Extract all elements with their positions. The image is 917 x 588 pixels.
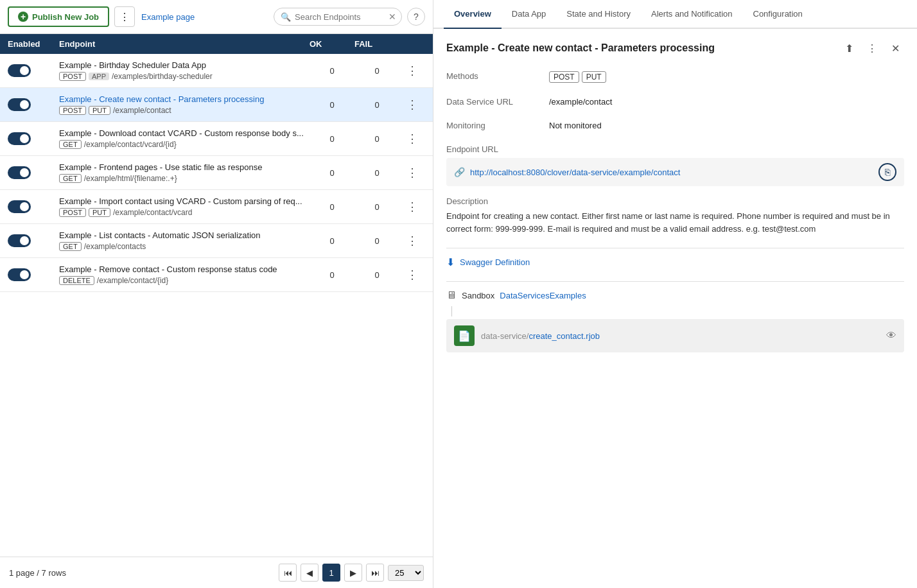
endpoint-title-row-1[interactable]: Example - Birthday Scheduler Data App bbox=[59, 60, 310, 70]
fail-count-row-4: 0 bbox=[354, 168, 399, 178]
endpoint-title-row-5[interactable]: Example - Import contact using VCARD - C… bbox=[59, 196, 310, 206]
fail-count-row-2: 0 bbox=[354, 100, 399, 110]
per-page-select[interactable]: 25 50 100 bbox=[388, 565, 424, 581]
toggle-row-6[interactable] bbox=[8, 234, 31, 247]
toggle-row-3[interactable] bbox=[8, 132, 31, 145]
table-row[interactable]: Example - Import contact using VCARD - C… bbox=[0, 190, 433, 224]
table-row[interactable]: Example - Remove contact - Custom respon… bbox=[0, 258, 433, 292]
page-info: 1 page / 7 rows bbox=[9, 568, 275, 578]
tag-put-2: PUT bbox=[89, 106, 110, 115]
job-file-icon: 📄 bbox=[454, 325, 475, 346]
col-endpoint: Endpoint bbox=[59, 39, 310, 49]
toolbar: + Publish New Job ⋮ Example page 🔍 ✕ ? bbox=[0, 0, 433, 34]
download-icon: ⬇ bbox=[446, 256, 455, 268]
tabs: Overview Data App State and History Aler… bbox=[433, 0, 917, 29]
fail-count-row-1: 0 bbox=[354, 66, 399, 76]
search-icon: 🔍 bbox=[281, 12, 291, 22]
row-menu-5[interactable]: ⋮ bbox=[399, 200, 425, 214]
tab-data-app[interactable]: Data App bbox=[502, 0, 557, 29]
endpoint-url-section: Endpoint URL 🔗 http://localhost:8080/clo… bbox=[446, 144, 904, 186]
link-icon: 🔗 bbox=[454, 167, 465, 177]
example-page-link[interactable]: Example page bbox=[141, 12, 195, 22]
table-row[interactable]: Example - Frontend pages - Use static fi… bbox=[0, 156, 433, 190]
endpoint-path-row-5: /example/contact/vcard bbox=[113, 208, 192, 217]
close-button[interactable]: ✕ bbox=[886, 39, 904, 57]
table-body: Example - Birthday Scheduler Data App PO… bbox=[0, 54, 433, 557]
preview-button[interactable]: 👁 bbox=[886, 330, 896, 342]
copy-icon: ⎘ bbox=[885, 167, 890, 177]
toggle-row-4[interactable] bbox=[8, 166, 31, 179]
description-text: Endpoint for creating a new contact. Eit… bbox=[446, 210, 904, 235]
tab-alerts[interactable]: Alerts and Notification bbox=[641, 0, 742, 29]
table-row[interactable]: Example - Create new contact - Parameter… bbox=[0, 88, 433, 122]
left-panel: + Publish New Job ⋮ Example page 🔍 ✕ ? E… bbox=[0, 0, 433, 588]
col-ok: OK bbox=[310, 39, 354, 49]
publish-label: Publish New Job bbox=[32, 12, 99, 22]
publish-new-job-button[interactable]: + Publish New Job bbox=[8, 6, 109, 27]
divider-2 bbox=[446, 281, 904, 282]
ok-count-row-3: 0 bbox=[310, 134, 354, 144]
tag-delete-7: DELETE bbox=[59, 276, 94, 285]
more-options-button[interactable]: ⋮ bbox=[114, 6, 135, 27]
tag-app-1: APP bbox=[89, 73, 109, 80]
job-item[interactable]: 📄 data-service/create_contact.rjob 👁 bbox=[446, 319, 904, 352]
table-row[interactable]: Example - Birthday Scheduler Data App PO… bbox=[0, 54, 433, 88]
fail-count-row-7: 0 bbox=[354, 270, 399, 280]
tab-configuration[interactable]: Configuration bbox=[743, 0, 813, 29]
endpoint-title-row-6[interactable]: Example - List contacts - Automatic JSON… bbox=[59, 230, 310, 240]
endpoint-path-row-6: /example/contacts bbox=[84, 242, 146, 251]
search-input[interactable] bbox=[295, 12, 385, 22]
file-icon-symbol: 📄 bbox=[458, 330, 471, 342]
next-page-button[interactable]: ▶ bbox=[344, 564, 362, 582]
upload-button[interactable]: ⬆ bbox=[840, 39, 858, 57]
prev-page-button[interactable]: ◀ bbox=[301, 564, 319, 582]
endpoint-title-row-4[interactable]: Example - Frontend pages - Use static fi… bbox=[59, 162, 310, 172]
ok-count-row-6: 0 bbox=[310, 236, 354, 246]
table-row[interactable]: Example - Download contact VCARD - Custo… bbox=[0, 122, 433, 156]
endpoint-info-row-6: Example - List contacts - Automatic JSON… bbox=[59, 230, 310, 251]
endpoint-title-row-3[interactable]: Example - Download contact VCARD - Custo… bbox=[59, 128, 310, 138]
help-icon: ? bbox=[414, 12, 419, 22]
copy-url-button[interactable]: ⎘ bbox=[878, 163, 896, 181]
fail-count-row-6: 0 bbox=[354, 236, 399, 246]
info-grid: Methods POST PUT Data Service URL /examp… bbox=[446, 67, 904, 134]
endpoint-title-row-2[interactable]: Example - Create new contact - Parameter… bbox=[59, 94, 310, 104]
page-1-button[interactable]: 1 bbox=[322, 564, 340, 582]
job-file: create_contact.rjob bbox=[528, 331, 600, 341]
endpoint-info-row-4: Example - Frontend pages - Use static fi… bbox=[59, 162, 310, 183]
toggle-row-5[interactable] bbox=[8, 200, 31, 213]
clear-search-icon[interactable]: ✕ bbox=[389, 12, 396, 22]
table-row[interactable]: Example - List contacts - Automatic JSON… bbox=[0, 224, 433, 258]
detail-more-button[interactable]: ⋮ bbox=[863, 39, 881, 57]
tree-line bbox=[451, 306, 452, 316]
first-page-button[interactable]: ⏮ bbox=[279, 564, 297, 582]
last-page-button[interactable]: ⏭ bbox=[366, 564, 384, 582]
tab-overview[interactable]: Overview bbox=[444, 0, 502, 29]
sandbox-link[interactable]: DataServicesExamples bbox=[500, 291, 586, 300]
monitoring-value: Not monitored bbox=[549, 117, 904, 134]
tag-get-3: GET bbox=[59, 140, 82, 149]
endpoint-path-row-7: /example/contact/{id} bbox=[97, 276, 168, 285]
row-menu-7[interactable]: ⋮ bbox=[399, 268, 425, 282]
ok-count-row-1: 0 bbox=[310, 66, 354, 76]
swagger-link[interactable]: ⬇ Swagger Definition bbox=[446, 256, 904, 268]
tab-state-history[interactable]: State and History bbox=[556, 0, 641, 29]
row-menu-3[interactable]: ⋮ bbox=[399, 132, 425, 146]
toggle-row-2[interactable] bbox=[8, 98, 31, 111]
toggle-row-1[interactable] bbox=[8, 64, 31, 77]
endpoint-path-row-1: /examples/birthday-scheduler bbox=[112, 72, 213, 81]
toggle-row-7[interactable] bbox=[8, 268, 31, 281]
help-button[interactable]: ? bbox=[407, 8, 425, 26]
methods-label: Methods bbox=[446, 67, 549, 87]
data-service-url-label: Data Service URL bbox=[446, 93, 549, 110]
search-box: 🔍 ✕ bbox=[274, 8, 402, 26]
endpoint-url-link[interactable]: http://localhost:8080/clover/data-servic… bbox=[470, 168, 873, 177]
ok-count-row-7: 0 bbox=[310, 270, 354, 280]
job-name: data-service/create_contact.rjob bbox=[481, 331, 880, 341]
row-menu-4[interactable]: ⋮ bbox=[399, 166, 425, 180]
row-menu-2[interactable]: ⋮ bbox=[399, 98, 425, 112]
endpoint-title-row-7[interactable]: Example - Remove contact - Custom respon… bbox=[59, 264, 310, 274]
row-menu-6[interactable]: ⋮ bbox=[399, 234, 425, 248]
row-menu-1[interactable]: ⋮ bbox=[399, 64, 425, 78]
detail-panel: Example - Create new contact - Parameter… bbox=[433, 29, 917, 588]
